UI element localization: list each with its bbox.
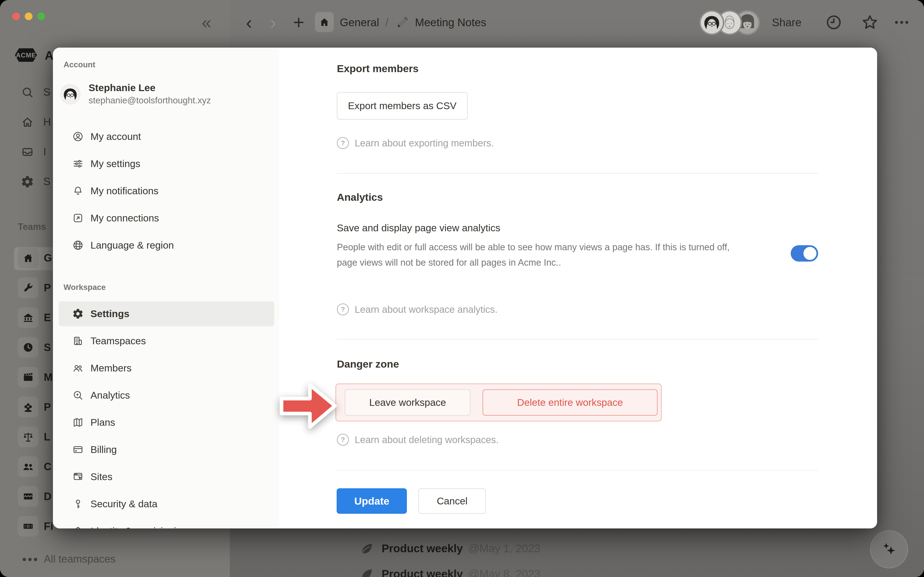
members-icon — [72, 362, 84, 374]
sidebar-item-all-teamspaces[interactable]: All teamspaces — [44, 553, 115, 565]
bell-icon — [72, 185, 84, 197]
teamspace-3-tile[interactable] — [18, 307, 39, 328]
workspace-name[interactable]: A — [45, 48, 53, 63]
danger-zone-container: Leave workspace Delete entire workspace — [336, 384, 662, 421]
nav-item-identity-provisioning[interactable]: Identity & provisioning — [59, 519, 274, 529]
breadcrumb-home-button[interactable] — [315, 12, 334, 32]
sidebar-item-home[interactable]: H — [43, 116, 51, 128]
nav-item-settings[interactable]: Settings — [59, 301, 274, 326]
collapse-sidebar-icon: « — [202, 14, 211, 31]
bank-building-icon — [22, 311, 35, 324]
flower-icon — [22, 401, 35, 414]
sidebar-teamspace-6[interactable]: P — [44, 401, 51, 413]
window-close-button[interactable] — [12, 13, 20, 20]
nav-item-plans[interactable]: Plans — [59, 410, 274, 435]
sidebar-home-icon[interactable] — [21, 115, 34, 129]
nav-item-analytics[interactable]: Analytics — [59, 383, 274, 408]
sidebar-settings-icon[interactable] — [21, 175, 34, 189]
leave-workspace-button[interactable]: Leave workspace — [345, 389, 470, 416]
page-row-2-date: @May 8, 2023 — [468, 567, 540, 577]
svg-text:ACME: ACME — [16, 52, 36, 59]
teamspace-6-tile[interactable] — [18, 397, 39, 417]
sidebar-teamspace-2[interactable]: P — [44, 282, 51, 294]
user-name: Stephanie Lee — [89, 82, 211, 94]
breadcrumb-page-link[interactable]: Meeting Notes — [415, 16, 486, 29]
sidebar-teamspace-general[interactable]: G — [44, 252, 52, 264]
nav-item-my-account[interactable]: My account — [59, 124, 274, 149]
export-members-csv-button[interactable]: Export members as CSV — [337, 92, 467, 119]
cancel-button[interactable]: Cancel — [418, 488, 486, 514]
teamspace-8-tile[interactable] — [18, 456, 39, 477]
sidebar-item-inbox[interactable]: I — [43, 146, 46, 158]
sidebar-teamspace-5[interactable]: M — [44, 371, 53, 383]
updates-history-button[interactable] — [825, 0, 843, 45]
update-button[interactable]: Update — [337, 488, 407, 514]
nav-item-my-notifications[interactable]: My notifications — [59, 178, 274, 203]
nav-item-my-connections[interactable]: My connections — [59, 206, 274, 230]
page-row-2-title: Product weekly — [382, 567, 463, 577]
breadcrumb: General / Meeting Notes — [340, 0, 486, 45]
people-icon — [22, 460, 35, 473]
page-row-1[interactable]: Product weekly @May 1, 2023 — [359, 540, 540, 557]
window-zoom-button[interactable] — [37, 13, 45, 20]
nav-item-members[interactable]: Members — [59, 356, 274, 380]
learn-exporting-members-link[interactable]: ? Learn about exporting members. — [337, 137, 494, 149]
sidebar-teamspace-10[interactable]: Fi — [44, 520, 53, 532]
learn-workspace-analytics-link[interactable]: ? Learn about workspace analytics. — [337, 303, 498, 316]
new-page-button[interactable]: + — [293, 0, 304, 45]
window-minimize-button[interactable] — [25, 13, 32, 20]
banknote-icon — [22, 520, 35, 533]
sidebar-item-search[interactable]: S — [43, 86, 50, 98]
sidebar-teamspace-8[interactable]: C — [44, 461, 52, 473]
star-icon — [861, 13, 879, 32]
browser-cursor-icon — [72, 471, 84, 482]
sidebar-item-settings[interactable]: S — [43, 176, 50, 187]
clock-icon — [22, 341, 35, 354]
nav-item-teamspaces[interactable]: Teamspaces — [59, 329, 274, 353]
settings-nav-panel: Account Stephanie Lee stephanie@toolsfor… — [53, 48, 279, 529]
teamspace-7-tile[interactable] — [18, 427, 39, 447]
teamspace-2-tile[interactable] — [18, 277, 39, 298]
plus-icon: + — [293, 13, 304, 32]
more-options-button[interactable]: ••• — [895, 0, 910, 45]
sidebar-search-icon[interactable] — [21, 85, 34, 99]
nav-item-billing[interactable]: Billing — [59, 437, 274, 462]
teamspace-general-tile[interactable] — [18, 248, 39, 268]
nav-back-button[interactable]: ‹ — [246, 0, 252, 45]
sidebar-teamspace-7[interactable]: L — [44, 431, 50, 443]
nav-item-security-data[interactable]: Security & data — [59, 492, 274, 516]
home-icon — [318, 16, 331, 28]
teamspace-4-tile[interactable] — [18, 337, 39, 358]
divider — [337, 470, 819, 471]
sidebar-teamspace-4[interactable]: S — [44, 342, 51, 353]
workspace-logo[interactable]: ACME — [15, 48, 37, 63]
page-row-2[interactable]: Product weekly @May 8, 2023 — [359, 566, 540, 577]
house-icon — [22, 251, 35, 264]
nav-item-sites[interactable]: Sites — [59, 464, 274, 489]
teamspace-5-tile[interactable] — [18, 367, 39, 388]
share-button[interactable]: Share — [772, 0, 801, 45]
leaf-icon — [359, 566, 375, 577]
delete-workspace-button[interactable]: Delete entire workspace — [483, 389, 657, 416]
nav-item-my-settings[interactable]: My settings — [59, 151, 274, 176]
page-row-1-title: Product weekly — [382, 542, 463, 555]
arrow-out-box-icon — [72, 212, 84, 224]
ai-assistant-button[interactable] — [870, 530, 908, 568]
sidebar-collapse-button[interactable]: « — [202, 0, 211, 45]
settings-user-row[interactable]: Stephanie Lee stephanie@toolsforthought.… — [61, 82, 211, 107]
sidebar-teamspace-9[interactable]: D — [44, 490, 52, 503]
teamspace-10-tile[interactable] — [18, 516, 39, 537]
teamspace-9-tile[interactable] — [18, 486, 39, 507]
favorite-button[interactable] — [861, 0, 879, 45]
analytics-toggle[interactable] — [791, 245, 818, 261]
analytics-heading: Analytics — [337, 191, 383, 203]
breadcrumb-root-link[interactable]: General — [340, 16, 379, 29]
page-row-1-date: @May 1, 2023 — [468, 542, 540, 555]
sidebar-inbox-icon[interactable] — [21, 145, 34, 159]
sidebar-teamspace-3[interactable]: E — [44, 311, 51, 324]
learn-deleting-workspaces-link[interactable]: ? Learn about deleting workspaces. — [337, 434, 499, 446]
nav-item-language-region[interactable]: Language & region — [59, 233, 274, 258]
collaborator-avatar-1[interactable] — [701, 11, 723, 34]
nav-forward-button[interactable]: › — [270, 0, 276, 45]
app-window: « ‹ › + General / Meeting Notes — [0, 0, 924, 577]
